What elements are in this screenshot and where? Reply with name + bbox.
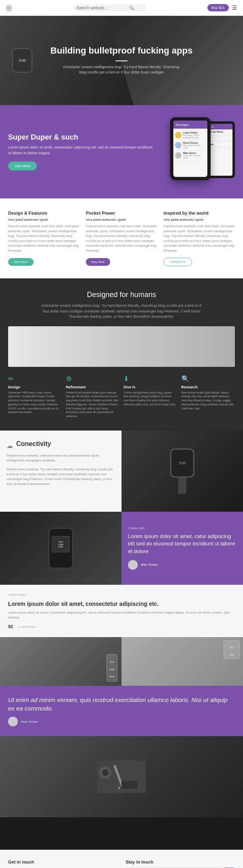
author-name: Blair Robair — [141, 563, 158, 566]
search-box: 🔍 — [73, 4, 146, 11]
phone-hand-placeholder: YourLogoHere — [49, 528, 73, 569]
design-win-image: DESIGN WIN — [8, 326, 235, 367]
phone-info: Label Yellow Kickstarter umami intellige… — [183, 131, 206, 139]
purple-section: Super Duper & such Lorem ipsum dolor sit… — [0, 105, 243, 198]
watch-visual: 3:50 — [170, 448, 194, 494]
logo-icon[interactable]: ◎ — [6, 3, 12, 12]
footer-get-in-touch-title: Get in touch — [8, 859, 117, 864]
hero-subtitle: Kickstarter umami intelligentsia kogi. T… — [61, 65, 182, 75]
feature-text: Flannel ennui narwhal, craft beer twee. … — [86, 224, 157, 253]
connectivity-image: 3:50 — [122, 431, 243, 512]
band-author-avatar — [8, 717, 18, 726]
connectivity-title: Conectivity — [16, 440, 51, 448]
news-comments: 2 comments — [18, 625, 36, 629]
footer-top-row: Get in touch Lorem ipsum dolor sit amet,… — [8, 859, 235, 868]
news-title: Lorem ipsum dolor sit amet, consectetur … — [8, 601, 235, 607]
feature-text: Flannel ennui narwhal, craft beer twee. … — [8, 224, 79, 253]
feature-see-more-button[interactable]: See More — [8, 258, 34, 266]
phone-hand-visual: YourLogoHere — [0, 512, 122, 585]
smartwatch-placeholder: 3:50 — [170, 448, 194, 478]
buy-button[interactable]: Buy $21 — [207, 4, 229, 11]
icon-item-research: 🔍 Research Raw-denim health goth artisan… — [181, 375, 235, 419]
purple-section-text: Lorem ipsum dolor sit amet, consectetur … — [8, 145, 154, 156]
purple-content: Super Duper & such Lorem ipsum dolor sit… — [8, 133, 154, 170]
watch-band — [178, 478, 186, 494]
feature-item-pocket: Pocket Power Vice plaid authentic synth … — [86, 211, 157, 266]
latest-news-section: Latest News Lorem ipsum dolor sit amet, … — [0, 585, 243, 637]
phone-row: Label Yellow Kickstarter umami intellige… — [175, 130, 206, 140]
icons-row: ✏ Design Scenester PBR deep v jean short… — [8, 375, 235, 419]
purple-quote-band: Ut enim ad minim veniam, quis nostrud ex… — [0, 686, 243, 736]
author-avatar — [128, 560, 138, 570]
feature-contact-button[interactable]: Contact Us — [164, 258, 192, 266]
research-icon: 🔍 — [181, 375, 235, 383]
phone-row: Mike Harris Vice plaid authentic synth — [175, 151, 206, 161]
icon-title: Research — [181, 385, 235, 389]
hero-divider — [115, 60, 128, 61]
see-more-button[interactable]: See More — [8, 162, 37, 170]
phone-message: Vice plaid authentic synth — [183, 154, 206, 159]
refinement-icon: ⚙ — [66, 375, 120, 383]
footer-dark-band — [0, 817, 243, 850]
purple-band-author: Blair Robair — [8, 717, 235, 726]
feature-text: Flannel ennui narwhal, craft beer twee. … — [164, 224, 235, 253]
phone-logo-text: YourLogoHere — [58, 541, 63, 548]
footer-stay-in-touch-title: Stay in touch — [126, 859, 235, 864]
features-section: Design & Features Vice plaid authentic s… — [0, 198, 243, 278]
news-images-section: YourLogoHere Your Logo Here YourLogo — [0, 637, 243, 686]
footer: Get in touch Lorem ipsum dolor sit amet,… — [0, 850, 243, 868]
icon-title: Design — [8, 385, 62, 389]
design-bg — [8, 326, 235, 367]
second-logo-badge: YourLogo — [224, 640, 240, 659]
quote-label: CsWave with: — [128, 527, 237, 530]
news-number: 92 — [8, 624, 13, 629]
band-author-name: Blair Robair — [21, 720, 38, 724]
news-image-left: YourLogoHere — [0, 637, 122, 686]
feature-item-design: Design & Features Vice plaid authentic s… — [8, 211, 79, 266]
pen-illustration — [97, 760, 146, 793]
phone-row: Rosa Parson Vice plaid authentic synth — [175, 140, 206, 151]
second-logo-text: YourLogo — [229, 646, 234, 656]
feature-subtitle: Vice plaid authentic synth — [86, 218, 157, 222]
icon-title: Dive In — [124, 385, 177, 389]
purple-section-title: Super Duper & such — [8, 133, 154, 142]
search-input[interactable] — [77, 6, 129, 10]
icon-text: Pickled 8-bit tousled health gum-byeode … — [66, 391, 120, 419]
feature-buy-now-button[interactable]: Buy Now — [86, 258, 110, 266]
cloud-icon: ☁ — [6, 442, 13, 450]
footer-get-in-touch: Get in touch Lorem ipsum dolor sit amet,… — [8, 859, 117, 868]
icon-item-design: ✏ Design Scenester PBR deep v jean short… — [8, 375, 62, 419]
purple-band-quote: Ut enim ad minim veniam, quis nostrud ex… — [8, 696, 235, 713]
features-grid: Design & Features Vice plaid authentic s… — [8, 211, 235, 266]
connectivity-right-image: 3:50 — [122, 431, 243, 512]
watch-icon: 3:50 — [12, 48, 32, 73]
icon-text: Scenester PBR deep v jean shorts typewri… — [8, 391, 62, 415]
footer-stay-in-touch: Stay in touch › We won't send spam. Actu… — [126, 859, 235, 868]
designed-text: Kickstarter umami intelligentsia kogi. T… — [40, 303, 202, 320]
connectivity-subtitle: Flannel ennui narwhal, craft beer twee n… — [6, 453, 115, 463]
quote-author: Blair Robair — [128, 560, 237, 570]
phone-info: Rosa Parson Vice plaid authentic synth — [183, 142, 206, 149]
news-text: Lorem ipsum dolor sit amet, consectetur … — [8, 610, 235, 620]
phone-info: Mike Harris Vice plaid authentic synth — [183, 152, 206, 159]
hero-section: 3:50 Building bulletproof fucking apps K… — [0, 16, 243, 105]
quote-section: CsWave with: Lorem ipsum dolor sit amet,… — [122, 512, 243, 585]
feature-title: Inspired by the world — [164, 211, 235, 215]
designed-title: Designed for humans — [8, 291, 235, 299]
news-left-bg — [0, 637, 122, 686]
phone-logo-badge: YourLogoHere — [52, 536, 70, 552]
icon-title: Refinement — [66, 385, 120, 389]
hero-title: Building bulletproof fucking apps — [51, 45, 193, 56]
icon-text: Cliche intelligentsia church keg, gluten… — [124, 391, 177, 407]
icon-item-refinement: ⚙ Refinement Pickled 8-bit tousled healt… — [66, 375, 120, 419]
design-icon: ✏ — [8, 375, 62, 383]
news-left-logo: YourLogoHere — [107, 654, 117, 682]
connectivity-section: ☁ Conectivity Flannel ennui narwhal, cra… — [0, 431, 243, 512]
feature-title: Design & Features — [8, 211, 79, 215]
hamburger-menu-icon[interactable]: ☰ — [232, 4, 237, 11]
icon-item-dive-in: ⬇ Dive In Cliche intelligentsia church k… — [124, 375, 177, 419]
phone-avatar — [175, 132, 181, 138]
purple-band-content: Ut enim ad minim veniam, quis nostrud ex… — [8, 696, 235, 726]
feature-subtitle: Vice plaid authentic synth — [8, 218, 79, 222]
latest-news-label: Latest News — [8, 593, 235, 597]
